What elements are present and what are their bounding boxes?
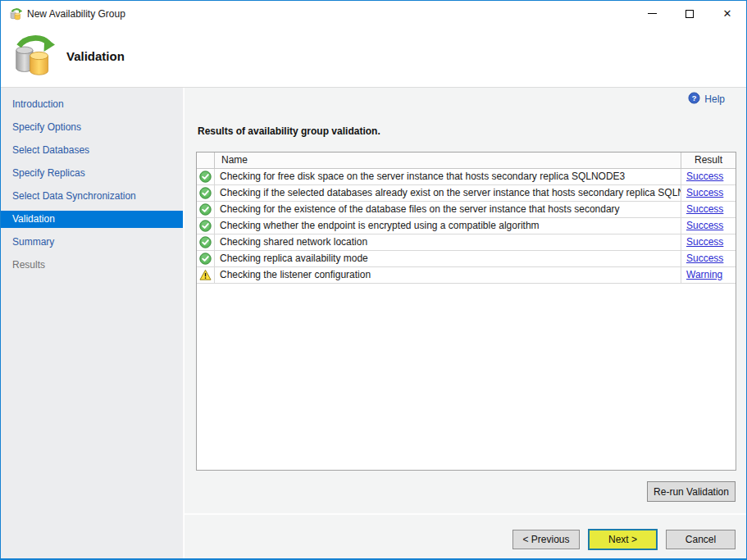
table-row: Checking whether the endpoint is encrypt… <box>197 218 736 234</box>
check-result: Success <box>681 234 736 250</box>
sidebar-item-select-data-synchronization[interactable]: Select Data Synchronization <box>1 188 183 205</box>
sidebar-item-select-databases[interactable]: Select Databases <box>1 142 183 159</box>
new-availability-group-dialog: New Availability Group ✕ <box>0 0 747 560</box>
check-result: Success <box>681 169 736 184</box>
table-header: Name Result <box>197 153 736 169</box>
table-row: Checking for the existence of the databa… <box>197 202 736 218</box>
availability-group-sync-icon <box>11 34 55 80</box>
sidebar: IntroductionSpecify OptionsSelect Databa… <box>1 88 184 558</box>
availability-group-icon <box>9 7 22 20</box>
sidebar-item-specify-options[interactable]: Specify Options <box>1 119 183 136</box>
result-link[interactable]: Success <box>686 220 723 231</box>
check-name: Checking if the selected databases alrea… <box>215 185 681 201</box>
next-button[interactable]: Next > <box>588 529 658 550</box>
check-result: Success <box>681 251 736 266</box>
check-result: Success <box>681 202 736 217</box>
window-title: New Availability Group <box>27 8 125 20</box>
wizard-header: Validation <box>1 27 746 88</box>
sidebar-item-validation[interactable]: Validation <box>1 211 183 228</box>
table-row: Checking replica availability modeSucces… <box>197 251 736 267</box>
check-name: Checking for the existence of the databa… <box>215 202 681 217</box>
check-result: Success <box>681 218 736 234</box>
previous-button[interactable]: < Previous <box>512 530 580 549</box>
check-result: Warning <box>681 267 736 283</box>
result-link[interactable]: Success <box>686 203 723 215</box>
sidebar-item-specify-replicas[interactable]: Specify Replicas <box>1 165 183 182</box>
cancel-button[interactable]: Cancel <box>666 530 736 549</box>
help-icon: ? <box>688 92 700 107</box>
content-pane: ? Help Results of availability group val… <box>184 88 746 558</box>
success-icon <box>197 169 215 184</box>
rerun-validation-button[interactable]: Re-run Validation <box>647 481 736 502</box>
check-result: Success <box>681 185 736 201</box>
table-row: Checking the listener configurationWarni… <box>197 267 736 284</box>
maximize-icon[interactable] <box>671 1 708 26</box>
column-header-result[interactable]: Result <box>681 153 736 168</box>
sidebar-item-results: Results <box>1 257 183 274</box>
results-caption: Results of availability group validation… <box>198 125 380 137</box>
result-link[interactable]: Success <box>686 171 723 182</box>
result-link[interactable]: Success <box>686 236 723 248</box>
check-name: Checking whether the endpoint is encrypt… <box>215 218 681 234</box>
validation-table-body: Checking for free disk space on the serv… <box>197 169 736 284</box>
column-header-icon <box>197 153 215 168</box>
footer-divider <box>184 513 746 515</box>
check-name: Checking replica availability mode <box>215 251 681 266</box>
window-controls: ✕ <box>633 1 746 26</box>
check-name: Checking the listener configuration <box>215 267 681 283</box>
check-name: Checking for free disk space on the serv… <box>215 169 681 184</box>
warning-icon <box>197 267 215 283</box>
success-icon <box>197 218 215 234</box>
table-row: Checking for free disk space on the serv… <box>197 169 736 185</box>
table-row: Checking if the selected databases alrea… <box>197 185 736 202</box>
sidebar-item-summary[interactable]: Summary <box>1 234 183 251</box>
page-title: Validation <box>66 49 125 63</box>
sidebar-nav: IntroductionSpecify OptionsSelect Databa… <box>1 88 183 274</box>
check-name: Checking shared network location <box>215 234 681 250</box>
titlebar: New Availability Group ✕ <box>1 1 746 27</box>
svg-text:?: ? <box>692 94 697 102</box>
table-row: Checking shared network locationSuccess <box>197 234 736 251</box>
result-link[interactable]: Success <box>686 187 723 198</box>
success-icon <box>197 234 215 250</box>
close-icon[interactable]: ✕ <box>708 1 746 26</box>
help-label: Help <box>704 93 725 105</box>
validation-results-table: Name Result Checking for free disk space… <box>196 152 736 471</box>
success-icon <box>197 202 215 217</box>
success-icon <box>197 251 215 266</box>
minimize-icon[interactable] <box>633 1 671 26</box>
column-header-name[interactable]: Name <box>215 153 681 168</box>
result-link[interactable]: Success <box>686 253 723 264</box>
result-link[interactable]: Warning <box>686 269 722 280</box>
success-icon <box>197 185 215 201</box>
sidebar-item-introduction[interactable]: Introduction <box>1 96 183 113</box>
help-link[interactable]: ? Help <box>688 92 725 107</box>
